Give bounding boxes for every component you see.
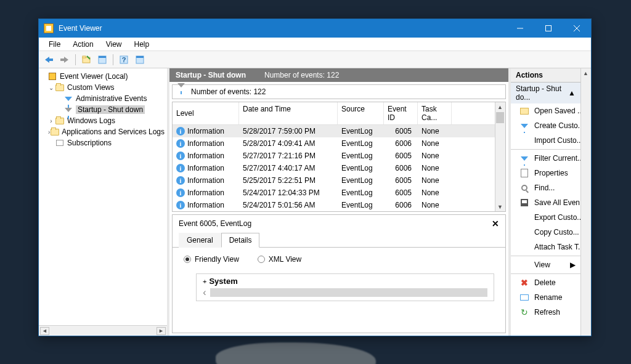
collapse-icon[interactable]: ▲ bbox=[568, 89, 576, 97]
toolbar: ? bbox=[39, 51, 591, 68]
action-attach-task[interactable]: Attach Task T... bbox=[511, 240, 580, 254]
tree-hscrollbar[interactable]: ◄ ► bbox=[39, 325, 167, 336]
expand-icon[interactable]: › bbox=[47, 118, 55, 124]
cell-taskcat: None bbox=[418, 176, 452, 185]
cell-eventid: 6006 bbox=[384, 139, 418, 148]
action-find[interactable]: Find... bbox=[511, 180, 580, 195]
col-datetime[interactable]: Date and Time bbox=[239, 102, 338, 124]
action-copy-custom[interactable]: Copy Custo... bbox=[511, 225, 580, 240]
cell-datetime: 5/24/2017 5:01:56 AM bbox=[239, 200, 338, 210]
cell-level: Information bbox=[187, 164, 224, 172]
back-button[interactable] bbox=[41, 53, 56, 67]
cell-taskcat: None bbox=[418, 151, 452, 161]
expand-icon[interactable]: + bbox=[203, 278, 206, 285]
action-label: Properties bbox=[534, 169, 568, 177]
action-label: View bbox=[534, 261, 565, 269]
table-row[interactable]: iInformation 5/24/2017 5:01:56 AM EventL… bbox=[173, 199, 495, 211]
col-level[interactable]: Level bbox=[173, 102, 239, 124]
cell-source: EventLog bbox=[338, 151, 384, 161]
scroll-left-icon[interactable]: ‹ bbox=[199, 287, 210, 298]
collapse-icon[interactable]: ⌄ bbox=[47, 84, 55, 91]
scroll-up-icon[interactable]: ▲ bbox=[495, 102, 505, 111]
cell-eventid: 6005 bbox=[384, 188, 418, 198]
action-delete[interactable]: ✖Delete bbox=[511, 275, 580, 290]
cell-source: EventLog bbox=[338, 163, 384, 173]
blank-icon bbox=[519, 212, 529, 222]
action-label: Export Custo... bbox=[534, 213, 580, 222]
forward-button[interactable] bbox=[57, 53, 72, 67]
radio-xml-view[interactable]: XML View bbox=[258, 255, 301, 264]
action-rename[interactable]: Rename bbox=[511, 290, 580, 305]
action-refresh[interactable]: ↻Refresh bbox=[511, 305, 580, 320]
table-row[interactable]: iInformation 5/24/2017 12:04:33 PM Event… bbox=[173, 187, 495, 199]
table-row[interactable]: iInformation 5/28/2017 7:59:00 PM EventL… bbox=[173, 125, 495, 137]
action-label: Find... bbox=[534, 184, 555, 192]
tab-general[interactable]: General bbox=[179, 233, 221, 248]
show-hide-tree-button[interactable] bbox=[79, 53, 94, 67]
refresh-button[interactable] bbox=[132, 53, 147, 67]
maximize-button[interactable] bbox=[534, 19, 563, 38]
cell-taskcat: None bbox=[418, 126, 452, 136]
action-label: Delete bbox=[534, 278, 556, 287]
detail-hscrollbar[interactable]: ‹ bbox=[199, 287, 487, 298]
actions-section[interactable]: Startup - Shut do... ▲ bbox=[511, 83, 580, 103]
action-label: Rename bbox=[534, 293, 562, 302]
col-eventid[interactable]: Event ID bbox=[384, 102, 418, 124]
scroll-left-icon[interactable]: ◄ bbox=[40, 327, 49, 335]
tree-subscriptions[interactable]: Subscriptions bbox=[40, 137, 166, 148]
scroll-track[interactable] bbox=[210, 288, 487, 297]
cell-datetime: 5/27/2017 7:21:16 PM bbox=[239, 151, 338, 161]
cell-eventid: 6005 bbox=[384, 151, 418, 161]
action-open-saved[interactable]: Open Saved ... bbox=[511, 103, 580, 118]
menu-file[interactable]: File bbox=[43, 39, 67, 50]
tree-admin-events[interactable]: Administrative Events bbox=[40, 93, 166, 104]
properties-button[interactable] bbox=[95, 53, 110, 67]
help-button[interactable]: ? bbox=[116, 53, 131, 67]
cell-datetime: 5/28/2017 4:09:41 AM bbox=[239, 139, 338, 148]
scroll-up-icon[interactable]: ▲ bbox=[581, 68, 590, 78]
menu-view[interactable]: View bbox=[100, 39, 128, 50]
scroll-right-icon[interactable]: ► bbox=[157, 327, 166, 335]
tree-label: Event Viewer (Local) bbox=[60, 72, 128, 81]
cell-source: EventLog bbox=[338, 188, 384, 198]
tree-windows-logs[interactable]: › Windows Logs bbox=[40, 115, 166, 126]
table-row[interactable]: iInformation 5/28/2017 4:09:41 AM EventL… bbox=[173, 137, 495, 150]
action-export-custom[interactable]: Export Custo... bbox=[511, 210, 580, 225]
tree-custom-views[interactable]: ⌄ Custom Views bbox=[40, 82, 166, 93]
scroll-down-icon[interactable]: ▼ bbox=[495, 202, 505, 211]
menu-help[interactable]: Help bbox=[128, 39, 156, 50]
action-create-custom[interactable]: Create Custo... bbox=[511, 118, 580, 133]
table-row[interactable]: iInformation 5/27/2017 7:21:16 PM EventL… bbox=[173, 150, 495, 162]
titlebar[interactable]: Event Viewer bbox=[39, 19, 591, 38]
tree-apps-services[interactable]: › Applications and Services Logs bbox=[40, 126, 166, 137]
table-row[interactable]: iInformation 5/27/2017 4:40:17 AM EventL… bbox=[173, 162, 495, 174]
cell-source: EventLog bbox=[338, 176, 384, 185]
filter-icon bbox=[519, 153, 529, 163]
action-filter-current[interactable]: Filter Current... bbox=[511, 151, 580, 166]
tree-root[interactable]: Event Viewer (Local) bbox=[40, 71, 166, 82]
col-taskcat[interactable]: Task Ca... bbox=[418, 102, 452, 124]
col-source[interactable]: Source bbox=[338, 102, 384, 124]
close-button[interactable] bbox=[563, 19, 591, 38]
minimize-button[interactable] bbox=[506, 19, 534, 38]
folder-icon bbox=[519, 106, 529, 116]
menu-action[interactable]: Action bbox=[67, 39, 99, 50]
tab-details[interactable]: Details bbox=[221, 233, 260, 248]
radio-friendly-view[interactable]: Friendly View bbox=[184, 255, 239, 264]
center-pane: Startup - Shut down Number of events: 12… bbox=[169, 68, 511, 336]
close-detail-button[interactable]: ✕ bbox=[492, 219, 499, 229]
save-icon bbox=[519, 198, 529, 208]
action-import-custom[interactable]: Import Custo... bbox=[511, 133, 580, 148]
action-view[interactable]: View▶ bbox=[511, 257, 580, 272]
actions-vscrollbar[interactable]: ▲ bbox=[580, 68, 591, 336]
cell-taskcat: None bbox=[418, 200, 452, 210]
scroll-thumb[interactable] bbox=[496, 112, 504, 123]
table-row[interactable]: iInformation 5/25/2017 5:22:51 PM EventL… bbox=[173, 174, 495, 187]
cell-datetime: 5/28/2017 7:59:00 PM bbox=[239, 126, 338, 136]
grid-vscrollbar[interactable]: ▲ ▼ bbox=[495, 102, 505, 211]
action-label: Copy Custo... bbox=[534, 228, 579, 237]
tree-startup-shutdown[interactable]: Startup - Shut down bbox=[40, 104, 166, 115]
svg-rect-1 bbox=[546, 26, 552, 31]
action-properties[interactable]: Properties bbox=[511, 166, 580, 180]
action-save-all[interactable]: Save All Even... bbox=[511, 195, 580, 210]
